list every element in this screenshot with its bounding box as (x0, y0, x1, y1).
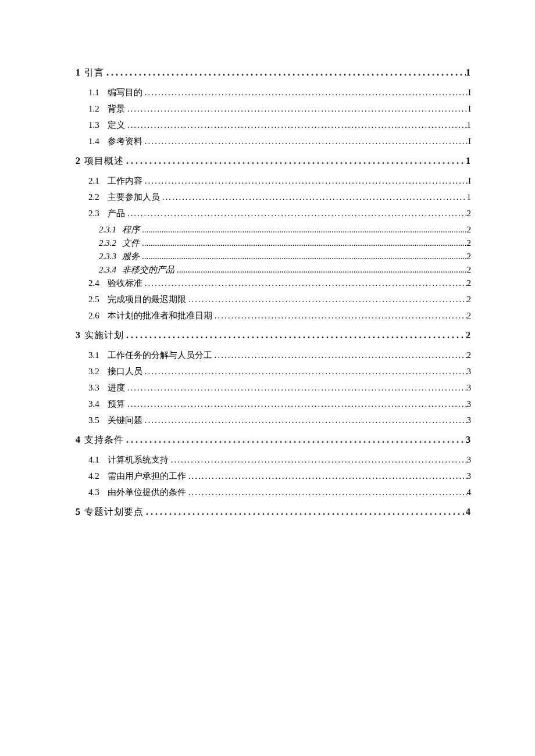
toc-entry-number: 3.3 (88, 383, 99, 393)
toc-entry: 3.4预算...................................… (76, 399, 471, 410)
toc-entry-number: 2.1 (88, 176, 99, 186)
toc-entry: 4.3由外单位提供的条件............................… (76, 487, 471, 498)
toc-entry-page: I (468, 104, 471, 114)
toc-entry-page: 2 (467, 265, 472, 275)
toc-entry-number: 4.3 (88, 488, 99, 497)
toc-entry-title: 工作任务的分解与人员分工 (108, 350, 212, 361)
toc-entry-number: 2.3 (88, 209, 99, 218)
toc-entry-number: 2 (76, 156, 81, 166)
toc-entry-number: 5 (76, 507, 81, 517)
toc-entry-title: 非移交的产品 (122, 264, 174, 275)
toc-entry-number: 3 (76, 330, 81, 340)
toc-entry-page: 2 (467, 209, 472, 218)
toc-entry-page: 3 (467, 415, 472, 425)
toc-entry: 2项目概述...................................… (76, 155, 471, 167)
toc-entry-page: 3 (467, 383, 472, 393)
toc-entry-page: 2 (466, 330, 471, 341)
toc-entry-title: 定义 (108, 120, 125, 131)
toc-entry-number: 1 (76, 67, 81, 77)
toc-entry-number: 1.4 (88, 137, 99, 146)
toc-leader-dots: ........................................… (125, 383, 467, 393)
toc-entry: 4支持条件...................................… (76, 434, 471, 446)
toc-leader-dots: ........................................… (140, 238, 467, 248)
toc-entry-number: 2.3.1 (99, 225, 116, 235)
toc-leader-dots: ........................................… (140, 252, 467, 261)
toc-leader-dots: ........................................… (124, 435, 466, 445)
toc-entry-page: 3 (466, 435, 471, 445)
toc-entry-page: 3 (467, 471, 472, 481)
toc-leader-dots: ........................................… (125, 209, 467, 218)
toc-entry-title: 进度 (108, 382, 125, 393)
toc-leader-dots: ........................................… (144, 507, 466, 517)
toc-leader-dots: ........................................… (186, 488, 467, 497)
toc-entry-title: 验收标准 (108, 278, 142, 289)
toc-entry-page: 1 (466, 156, 471, 166)
toc-entry: 4.1计算机系统支持..............................… (76, 454, 471, 465)
toc-entry-page: 1 (467, 192, 472, 202)
toc-leader-dots: ........................................… (169, 455, 467, 465)
toc-entry: 1引言.....................................… (76, 67, 471, 79)
toc-entry-page: I (468, 176, 471, 186)
toc-entry-title: 支持条件 (84, 434, 124, 446)
toc-entry-number: 1.3 (88, 120, 99, 130)
toc-entry-page: I (468, 88, 471, 98)
toc-entry-page: 3 (467, 367, 472, 377)
toc-entry-title: 本计划的批准者和批准日期 (108, 310, 212, 321)
toc-leader-dots: ........................................… (125, 399, 467, 409)
toc-entry-page: 4 (466, 507, 471, 517)
toc-entry-number: 2.3.4 (99, 265, 116, 275)
toc-entry-page: 2 (467, 278, 472, 288)
toc-entry-title: 引言 (84, 67, 104, 79)
toc-entry-title: 产品 (108, 208, 125, 219)
toc-leader-dots: ........................................… (125, 120, 467, 130)
toc-entry-title: 预算 (108, 399, 125, 410)
toc-entry-number: 3.2 (88, 367, 99, 377)
toc-entry-title: 工作内容 (108, 175, 142, 187)
toc-entry-title: 完成项目的最迟期限 (108, 294, 186, 305)
toc-entry: 1.2背景...................................… (76, 103, 471, 114)
toc-leader-dots: ........................................… (160, 192, 467, 202)
toc-entry: 1.3定义...................................… (76, 120, 471, 131)
toc-entry-page: 3 (467, 399, 472, 409)
toc-entry-page: 2 (467, 350, 472, 360)
toc-entry: 2.5完成项目的最迟期限............................… (76, 294, 471, 305)
toc-leader-dots: ........................................… (142, 278, 467, 288)
toc-entry-title: 实施计划 (84, 329, 124, 342)
toc-entry-number: 3.4 (88, 399, 99, 409)
toc-entry: 1.1编写目的.................................… (76, 87, 471, 98)
toc-entry: 3.2接口人员.................................… (76, 366, 471, 377)
toc-entry: 2.1工作内容.................................… (76, 175, 471, 187)
toc-entry: 2.3.2文件.................................… (76, 238, 471, 249)
toc-entry: 3.1工作任务的分解与人员分工.........................… (76, 350, 471, 361)
toc-entry-page: 2 (467, 252, 472, 261)
toc-entry-number: 3.5 (88, 415, 99, 425)
toc-leader-dots: ........................................… (142, 176, 468, 186)
toc-entry-title: 由外单位提供的条件 (108, 487, 186, 498)
toc-entry-title: 编写目的 (108, 87, 142, 98)
toc-leader-dots: ........................................… (125, 104, 468, 114)
toc-entry-page: 2 (467, 225, 472, 235)
toc-leader-dots: ........................................… (142, 88, 468, 98)
toc-entry-number: 1.2 (88, 104, 99, 114)
toc-entry-page: 2 (467, 295, 472, 304)
toc-leader-dots: ........................................… (104, 67, 466, 78)
toc-entry-number: 3.1 (88, 350, 99, 360)
toc-entry-number: 2.6 (88, 311, 99, 321)
toc-entry-title: 服务 (122, 251, 140, 262)
toc-entry: 5专题计划要点.................................… (76, 506, 471, 518)
toc-entry: 3.3进度...................................… (76, 382, 471, 393)
toc-entry: 1.4参考资料.................................… (76, 136, 471, 147)
toc-entry-number: 4.1 (88, 455, 99, 465)
toc-entry-number: 1.1 (88, 88, 99, 98)
toc-entry-number: 2.4 (88, 278, 99, 288)
toc-entry: 4.2需由用户承担的工作............................… (76, 471, 471, 482)
toc-entry-page: 1 (466, 67, 471, 78)
toc-entry: 2.6本计划的批准者和批准日期.........................… (76, 310, 471, 321)
toc-leader-dots: ........................................… (212, 350, 467, 360)
toc-leader-dots: ........................................… (124, 330, 466, 341)
table-of-contents: 1引言.....................................… (76, 67, 471, 518)
toc-entry: 3.5关键问题.................................… (76, 415, 471, 426)
toc-entry-title: 文件 (122, 238, 140, 249)
toc-entry-title: 需由用户承担的工作 (108, 471, 186, 482)
toc-entry: 2.3.4非移交的产品.............................… (76, 264, 471, 275)
